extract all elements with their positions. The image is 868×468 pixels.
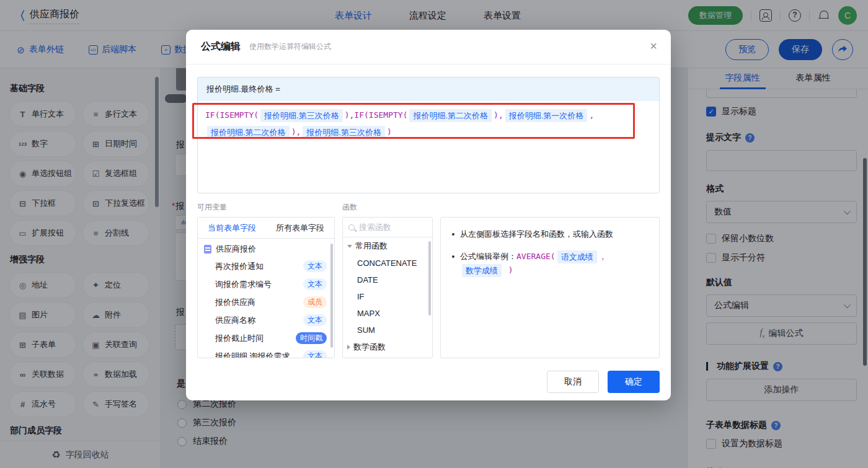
modal-header: 公式编辑 使用数学运算符编辑公式 × xyxy=(186,30,671,64)
function-search-box[interactable]: 搜索函数 xyxy=(343,218,432,237)
function-group-label: 数学函数 xyxy=(353,342,386,353)
formula-field-chip[interactable]: 报价明细.第二次价格 xyxy=(409,109,492,122)
formula-editor-area[interactable]: IF(ISEMPTY(报价明细.第三次价格),IF(ISEMPTY(报价明细.第… xyxy=(198,101,659,193)
function-group-文本函数[interactable]: 文本函数 xyxy=(343,356,432,358)
formula-field-chip[interactable]: 报价明细.第三次价格 xyxy=(303,126,385,139)
formula-field-chip[interactable]: 报价明细.第一次价格 xyxy=(505,109,588,122)
caret-right-icon xyxy=(347,345,350,350)
variable-type-badge: 文本 xyxy=(303,260,327,272)
variables-tab-当前表单字段[interactable]: 当前表单字段 xyxy=(198,218,266,238)
functions-panel: 搜索函数 常用函数CONCATENATEDATEIFMAPXSUM数学函数文本函… xyxy=(342,217,433,358)
modal-subtitle: 使用数学运算符编辑公式 xyxy=(249,42,331,52)
variable-type-badge: 时间戳 xyxy=(296,332,327,344)
function-item-SUM[interactable]: SUM xyxy=(343,322,432,338)
function-group-label: 常用函数 xyxy=(355,241,388,252)
search-placeholder: 搜索函数 xyxy=(359,222,391,233)
example-chip: 数学成绩 xyxy=(462,264,502,277)
variable-name: 询报价需求编号 xyxy=(215,279,299,290)
variable-type-badge: 文本 xyxy=(303,278,327,290)
functions-label: 函数 xyxy=(342,202,433,213)
formula-code-token: ),IF(ISEMPTY( xyxy=(345,110,408,120)
bullet-dot xyxy=(452,255,454,258)
variables-scrollbar[interactable] xyxy=(330,244,333,348)
formula-box: 报价明细.最终价格 = IF(ISEMPTY(报价明细.第三次价格),IF(IS… xyxy=(197,77,660,193)
tip-line-2: 公式编辑举例：AVERAGE(语文成绩，数学成绩 ) xyxy=(452,250,648,277)
formula-field-chip[interactable]: 报价明细.第三次价格 xyxy=(260,109,343,122)
formula-line: 报价明细.第二次价格),报价明细.第三次价格) xyxy=(205,123,652,140)
variable-name: 报价供应商 xyxy=(215,297,299,308)
variable-row[interactable]: 报价供应商成员 xyxy=(198,293,334,311)
variable-row[interactable]: 报价明细.询报价需求...文本 xyxy=(198,347,334,358)
variable-row[interactable]: 再次报价通知文本 xyxy=(198,257,334,275)
formula-tips-panel: 从左侧面板选择字段名和函数，或输入函数 公式编辑举例：AVERAGE(语文成绩，… xyxy=(440,217,660,358)
confirm-button[interactable]: 确定 xyxy=(608,371,660,393)
variable-type-badge: 文本 xyxy=(303,350,327,358)
function-item-DATE[interactable]: DATE xyxy=(343,272,432,288)
variables-panel: 当前表单字段所有表单字段 供应商报价 再次报价通知文本询报价需求编号文本报价供应… xyxy=(197,217,335,358)
variable-name: 再次报价通知 xyxy=(215,261,299,272)
formula-code-token: ), xyxy=(494,110,503,120)
function-item-MAPX[interactable]: MAPX xyxy=(343,305,432,322)
formula-target-field: 报价明细.最终价格 = xyxy=(198,77,659,101)
variable-type-badge: 成员 xyxy=(303,296,327,308)
variable-name: 供应商名称 xyxy=(215,315,299,326)
cancel-button[interactable]: 取消 xyxy=(547,371,599,393)
variable-name: 报价明细.询报价需求... xyxy=(215,351,299,359)
caret-down-icon xyxy=(347,245,352,248)
variables-tab-所有表单字段[interactable]: 所有表单字段 xyxy=(266,218,334,238)
app-window: 〈 供应商报价 表单设计流程设定表单设置 数据管理 ? C ⊘表单外链</>后端… xyxy=(0,0,868,468)
variable-row[interactable]: 供应商名称文本 xyxy=(198,311,334,329)
function-group-常用函数[interactable]: 常用函数 xyxy=(343,237,432,255)
variables-root-node[interactable]: 供应商报价 xyxy=(198,239,334,257)
form-doc-icon xyxy=(204,245,211,254)
formula-field-chip[interactable]: 报价明细.第二次价格 xyxy=(207,126,290,139)
variables-label: 可用变量 xyxy=(197,202,335,213)
function-item-CONCATENATE[interactable]: CONCATENATE xyxy=(343,255,432,272)
bullet-dot xyxy=(452,233,454,236)
functions-scrollbar[interactable] xyxy=(428,241,431,316)
formula-code-token: ), xyxy=(291,127,301,136)
formula-code-token: , xyxy=(589,110,594,120)
search-icon xyxy=(348,224,355,231)
tip-line-1: 从左侧面板选择字段名和函数，或输入函数 xyxy=(452,227,648,241)
variable-row[interactable]: 询报价需求编号文本 xyxy=(198,275,334,293)
function-item-IF[interactable]: IF xyxy=(343,288,432,305)
formula-editor-modal: 公式编辑 使用数学运算符编辑公式 × 报价明细.最终价格 = IF(ISEMPT… xyxy=(186,30,671,400)
modal-title: 公式编辑 xyxy=(201,40,241,53)
formula-code-token: ) xyxy=(387,127,392,136)
example-chip: 语文成绩 xyxy=(557,250,597,263)
close-icon[interactable]: × xyxy=(650,40,657,52)
function-group-数学函数[interactable]: 数学函数 xyxy=(343,338,432,356)
variable-row[interactable]: 报价截止时间时间戳 xyxy=(198,329,334,347)
formula-line: IF(ISEMPTY(报价明细.第三次价格),IF(ISEMPTY(报价明细.第… xyxy=(205,107,652,123)
variable-type-badge: 文本 xyxy=(303,314,327,326)
formula-code-token: IF(ISEMPTY( xyxy=(205,110,259,120)
example-function: AVERAGE( xyxy=(516,252,556,261)
variable-name: 报价截止时间 xyxy=(215,333,292,344)
